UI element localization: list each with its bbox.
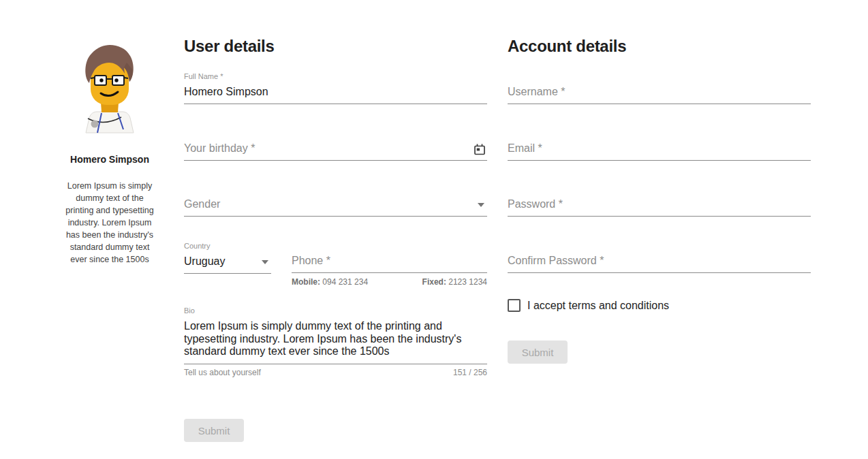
gender-select[interactable]: Gender xyxy=(184,195,487,217)
lego-avatar-icon xyxy=(76,42,143,133)
dropdown-arrow-icon xyxy=(262,260,268,264)
email-field xyxy=(508,139,811,161)
calendar-icon[interactable] xyxy=(473,143,486,157)
account-submit-button[interactable]: Submit xyxy=(508,341,568,364)
user-submit-button[interactable]: Submit xyxy=(184,419,244,442)
password-field xyxy=(508,195,811,217)
gender-placeholder: Gender xyxy=(184,198,220,210)
phone-hint-mobile: Mobile: 094 231 234 xyxy=(292,277,368,287)
terms-row: I accept terms and conditions xyxy=(508,299,669,312)
email-input[interactable] xyxy=(508,142,811,155)
bio-helper-text: Tell us about yourself xyxy=(184,368,261,377)
full-name-input[interactable] xyxy=(184,86,487,98)
account-details-title: Account details xyxy=(508,37,626,56)
bio-textarea[interactable]: Lorem Ipsum is simply dummy text of the … xyxy=(184,320,487,359)
dropdown-arrow-icon xyxy=(478,203,484,207)
account-details-section: Account details I accept terms and condi… xyxy=(508,0,811,459)
confirm-password-input[interactable] xyxy=(508,255,811,267)
username-input[interactable] xyxy=(508,86,811,98)
terms-checkbox[interactable] xyxy=(508,299,521,312)
profile-name: Homero Simpson xyxy=(58,154,161,165)
phone-input[interactable] xyxy=(292,255,487,267)
avatar xyxy=(76,42,143,133)
user-details-section: User details Full Name * Gender Country xyxy=(184,0,487,459)
full-name-field: Full Name * xyxy=(184,72,487,104)
country-label: Country xyxy=(184,242,271,250)
password-input[interactable] xyxy=(508,198,811,210)
phone-hint-fixed: Fixed: 2123 1234 xyxy=(422,277,487,287)
bio-label: Bio xyxy=(184,306,487,315)
full-name-label: Full Name * xyxy=(184,72,487,80)
birthday-field xyxy=(184,139,487,161)
country-value: Uruguay xyxy=(184,255,271,268)
confirm-password-field xyxy=(508,253,811,273)
registration-page: Homero Simpson Lorem Ipsum is simply dum… xyxy=(0,0,868,459)
phone-field xyxy=(292,253,487,273)
birthday-input[interactable] xyxy=(184,142,487,155)
terms-label: I accept terms and conditions xyxy=(527,300,669,312)
profile-bio: Lorem Ipsum is simply dummy text of the … xyxy=(62,180,157,266)
bio-field: Bio Lorem Ipsum is simply dummy text of … xyxy=(184,306,487,364)
user-details-title: User details xyxy=(184,37,274,56)
profile-panel: Homero Simpson Lorem Ipsum is simply dum… xyxy=(58,42,161,266)
phone-hints: Mobile: 094 231 234 Fixed: 2123 1234 xyxy=(292,277,487,287)
username-field xyxy=(508,82,811,104)
country-select[interactable]: Country Uruguay xyxy=(184,242,271,274)
bio-hints: Tell us about yourself 151 / 256 xyxy=(184,368,487,377)
bio-char-counter: 151 / 256 xyxy=(453,368,487,377)
